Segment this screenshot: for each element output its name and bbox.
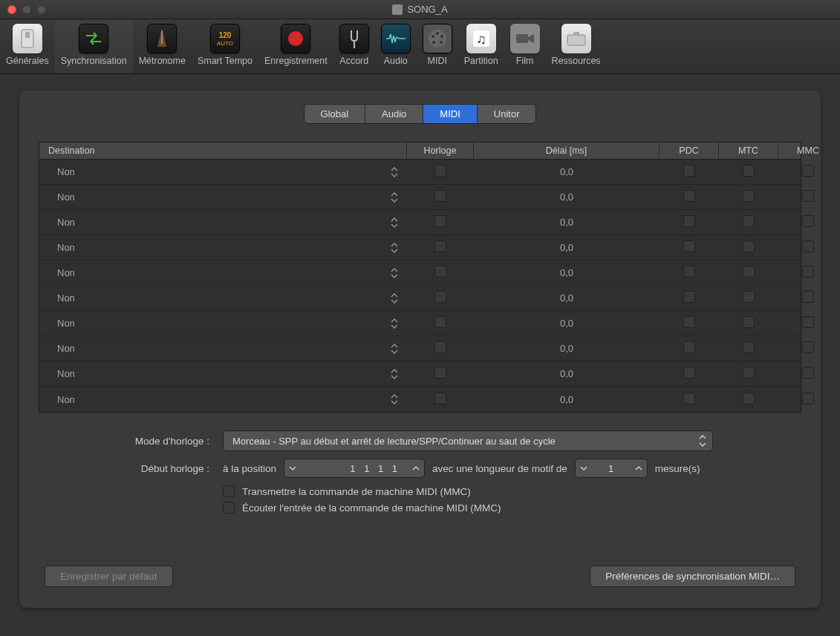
horloge-cell xyxy=(407,316,474,330)
mtc-checkbox[interactable] xyxy=(743,215,755,227)
mmc-checkbox[interactable] xyxy=(802,240,814,252)
horloge-checkbox[interactable] xyxy=(434,316,446,328)
listen-mmc-checkbox[interactable] xyxy=(223,502,235,514)
destination-cell[interactable]: Non xyxy=(39,368,407,379)
destination-cell[interactable]: Non xyxy=(39,343,407,354)
mtc-checkbox[interactable] xyxy=(743,190,755,202)
mmc-checkbox[interactable] xyxy=(802,393,814,404)
horloge-checkbox[interactable] xyxy=(434,393,446,404)
destination-cell[interactable]: Non xyxy=(39,318,407,329)
destination-cell[interactable]: Non xyxy=(39,242,407,253)
destination-cell[interactable]: Non xyxy=(39,267,407,278)
delai-cell[interactable]: 0,0 xyxy=(474,292,660,304)
tab-partition[interactable]: ♫ Partition xyxy=(458,21,504,73)
mmc-checkbox[interactable] xyxy=(802,291,814,303)
pdc-checkbox[interactable] xyxy=(683,393,695,404)
destination-cell[interactable]: Non xyxy=(39,292,407,304)
mtc-checkbox[interactable] xyxy=(743,393,755,404)
delai-cell[interactable]: 0,0 xyxy=(474,267,660,278)
mtc-checkbox[interactable] xyxy=(743,165,755,177)
pdc-checkbox[interactable] xyxy=(683,291,695,303)
chevron-up-icon[interactable] xyxy=(631,465,647,472)
subtab-unitor[interactable]: Unitor xyxy=(478,105,536,123)
mmc-checkbox[interactable] xyxy=(802,341,814,353)
updown-icon[interactable] xyxy=(388,369,401,379)
mtc-checkbox[interactable] xyxy=(743,341,755,353)
destination-cell[interactable]: Non xyxy=(39,166,407,177)
mtc-checkbox[interactable] xyxy=(743,291,755,303)
chevron-down-icon[interactable] xyxy=(284,465,301,472)
pdc-checkbox[interactable] xyxy=(683,215,695,227)
horloge-checkbox[interactable] xyxy=(434,341,446,353)
horloge-checkbox[interactable] xyxy=(434,215,446,227)
destination-cell[interactable]: Non xyxy=(39,191,407,203)
horloge-checkbox[interactable] xyxy=(434,266,446,278)
updown-icon[interactable] xyxy=(388,192,401,203)
pdc-checkbox[interactable] xyxy=(683,367,695,378)
mmc-checkbox[interactable] xyxy=(802,266,814,278)
tab-midi[interactable]: MIDI xyxy=(417,21,458,73)
tab-ressources[interactable]: Ressources xyxy=(546,21,607,73)
subtab-global[interactable]: Global xyxy=(305,105,366,123)
horloge-checkbox[interactable] xyxy=(434,190,446,202)
chevron-down-icon[interactable] xyxy=(576,465,592,472)
mmc-checkbox[interactable] xyxy=(802,190,814,202)
subtab-audio[interactable]: Audio xyxy=(365,105,423,123)
pdc-checkbox[interactable] xyxy=(683,190,695,202)
mmc-checkbox[interactable] xyxy=(802,316,814,328)
delai-cell[interactable]: 0,0 xyxy=(474,343,660,354)
mtc-checkbox[interactable] xyxy=(743,240,755,252)
horloge-checkbox[interactable] xyxy=(434,240,446,252)
horloge-checkbox[interactable] xyxy=(434,367,446,378)
horloge-checkbox[interactable] xyxy=(434,165,446,177)
pdc-cell xyxy=(660,341,719,355)
mmc-checkbox[interactable] xyxy=(802,215,814,227)
tab-synchronisation[interactable]: Synchronisation xyxy=(55,21,133,73)
tab-enregistrement[interactable]: Enregistrement xyxy=(258,21,333,73)
mtc-checkbox[interactable] xyxy=(743,316,755,328)
updown-icon[interactable] xyxy=(388,318,401,329)
delai-cell[interactable]: 0,0 xyxy=(474,394,660,405)
pdc-checkbox[interactable] xyxy=(683,266,695,278)
pdc-checkbox[interactable] xyxy=(683,240,695,252)
updown-icon[interactable] xyxy=(388,217,401,228)
delai-cell[interactable]: 0,0 xyxy=(474,318,660,329)
col-horloge: Horloge xyxy=(407,142,474,159)
tab-smart-tempo[interactable]: 120AUTO Smart Tempo xyxy=(192,21,258,73)
updown-icon[interactable] xyxy=(388,167,401,177)
mmc-checkbox[interactable] xyxy=(802,165,814,177)
delai-cell[interactable]: 0,0 xyxy=(474,191,660,203)
updown-icon[interactable] xyxy=(388,344,401,354)
destination-cell[interactable]: Non xyxy=(39,394,407,405)
pdc-checkbox[interactable] xyxy=(683,316,695,328)
delai-cell[interactable]: 0,0 xyxy=(474,217,660,228)
destination-cell[interactable]: Non xyxy=(39,217,407,228)
transmit-mmc-checkbox[interactable] xyxy=(223,485,235,497)
chevron-up-icon[interactable] xyxy=(408,465,424,472)
midi-sync-prefs-button[interactable]: Préférences de synchronisation MIDI… xyxy=(590,565,795,587)
delai-cell[interactable]: 0,0 xyxy=(474,368,660,379)
save-default-button[interactable]: Enregistrer par défaut xyxy=(45,565,173,587)
tab-generales[interactable]: Générales xyxy=(0,21,55,73)
tab-accord[interactable]: Accord xyxy=(333,21,375,73)
pdc-checkbox[interactable] xyxy=(683,165,695,177)
updown-icon[interactable] xyxy=(388,268,401,278)
horloge-checkbox[interactable] xyxy=(434,291,446,303)
tab-metronome[interactable]: Métronome xyxy=(133,21,192,73)
table-row: Non 0,0 xyxy=(39,361,801,387)
mtc-checkbox[interactable] xyxy=(743,367,755,378)
tab-audio[interactable]: Audio xyxy=(375,21,417,73)
clock-mode-select[interactable]: Morceau - SPP au début et arrêt de lectu… xyxy=(223,430,713,451)
tab-film[interactable]: Film xyxy=(504,21,546,73)
length-stepper[interactable]: 1 xyxy=(575,459,648,478)
subtab-midi[interactable]: MIDI xyxy=(423,105,477,123)
mmc-checkbox[interactable] xyxy=(802,367,814,378)
position-stepper[interactable]: 1 1 1 1 xyxy=(284,459,425,478)
delai-cell[interactable]: 0,0 xyxy=(474,166,660,177)
mtc-checkbox[interactable] xyxy=(743,266,755,278)
updown-icon[interactable] xyxy=(388,394,401,404)
updown-icon[interactable] xyxy=(388,293,401,304)
pdc-checkbox[interactable] xyxy=(683,341,695,353)
delai-cell[interactable]: 0,0 xyxy=(474,242,660,253)
updown-icon[interactable] xyxy=(388,243,401,253)
